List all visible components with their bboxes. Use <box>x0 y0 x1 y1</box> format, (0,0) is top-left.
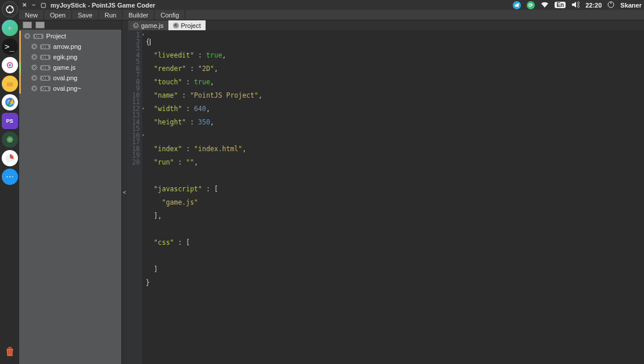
tray-sync-icon[interactable]: ⟳ <box>527 1 535 9</box>
line-gutter: 12345 678910 1112131415 1617181920 <box>127 30 142 364</box>
svg-point-5 <box>9 64 11 66</box>
filetree-item-label: arrow.png <box>53 43 81 50</box>
tab-close-icon[interactable]: ✕ <box>133 23 139 28</box>
launcher-atom-icon[interactable] <box>2 131 18 148</box>
tray-volume-icon[interactable] <box>571 1 580 9</box>
filetree-close-icon[interactable]: ✕ <box>31 75 37 81</box>
menu-run[interactable]: Run <box>99 10 123 20</box>
tab-label: Project <box>181 22 201 29</box>
svg-point-1 <box>11 7 13 9</box>
filetree-close-icon[interactable]: ✕ <box>31 54 37 60</box>
code-editor[interactable]: 12345 678910 1112131415 1617181920 { "li… <box>127 30 644 364</box>
window-minimize-icon[interactable]: – <box>31 2 37 8</box>
filetree-close-icon[interactable]: ✕ <box>24 33 30 39</box>
filetree-badge-icon: OS <box>40 76 51 81</box>
launcher-chart-icon[interactable] <box>2 150 18 166</box>
filetree-badge-icon: OS <box>40 55 51 60</box>
launcher-trash-icon[interactable] <box>2 343 18 359</box>
sidebar-tool-2-icon[interactable] <box>35 22 45 28</box>
menu-save[interactable]: Save <box>72 10 99 20</box>
titlebar: ✕ – ▢ myJoyStick - PointJS Game Coder ⟳ … <box>19 0 644 10</box>
editor-area: ✕ game.js ✕ Project 12345 678910 1112131… <box>127 20 644 364</box>
filetree-close-icon[interactable]: ✕ <box>31 65 37 70</box>
filetree-item-oval-bak[interactable]: ✕ OS oval.png~ <box>19 83 121 94</box>
svg-rect-6 <box>6 82 13 86</box>
window-close-icon[interactable]: ✕ <box>21 2 27 8</box>
svg-point-3 <box>9 12 10 13</box>
filetree-item-label: egik.png <box>53 53 78 60</box>
launcher-terminal-icon[interactable]: >_ <box>2 38 18 55</box>
editor-tabs: ✕ game.js ✕ Project <box>127 20 644 30</box>
menu-builder[interactable]: Builder <box>123 10 154 20</box>
tab-gamejs[interactable]: ✕ game.js <box>128 20 168 30</box>
filetree-item-oval[interactable]: ✕ OS oval.png <box>19 73 121 83</box>
svg-rect-15 <box>10 350 10 354</box>
tab-label: game.js <box>141 22 164 29</box>
tray-telegram-icon[interactable] <box>513 1 521 9</box>
launcher-camera-icon[interactable] <box>2 57 18 73</box>
tray-language[interactable]: En <box>555 2 566 8</box>
launcher-app1-icon[interactable]: + <box>2 20 18 36</box>
menu-config[interactable]: Config <box>154 10 185 20</box>
filetree-close-icon[interactable]: ✕ <box>31 85 37 91</box>
system-launcher: + >_ PS ⋯ <box>0 0 19 364</box>
system-tray: ⟳ En 22:20 Skaner <box>513 1 642 9</box>
main-area: ✕ OS Project ✕ OS arrow.png ✕ OS egik.pn… <box>19 20 644 364</box>
tab-close-icon[interactable]: ✕ <box>173 23 179 28</box>
tab-project[interactable]: ✕ Project <box>168 20 206 30</box>
app-window: ✕ – ▢ myJoyStick - PointJS Game Coder ⟳ … <box>19 0 644 364</box>
filetree-close-icon[interactable]: ✕ <box>31 44 37 49</box>
launcher-chrome-icon[interactable] <box>2 94 18 110</box>
launcher-more-icon[interactable]: ⋯ <box>2 169 18 185</box>
window-title: myJoyStick - PointJS Game Coder <box>51 2 155 9</box>
filetree-badge-icon: OS <box>40 65 51 70</box>
filetree-item-label: game.js <box>53 64 76 71</box>
filetree-item-label: oval.png <box>53 74 78 81</box>
svg-point-2 <box>6 7 8 9</box>
tray-clock[interactable]: 22:20 <box>585 2 602 9</box>
svg-rect-18 <box>611 2 611 4</box>
filetree: ✕ OS Project ✕ OS arrow.png ✕ OS egik.pn… <box>19 30 121 364</box>
launcher-phpstorm-icon[interactable]: PS <box>2 113 18 129</box>
svg-rect-16 <box>11 350 12 354</box>
svg-rect-14 <box>8 350 9 354</box>
filetree-item-arrow[interactable]: ✕ OS arrow.png <box>19 41 121 52</box>
filetree-root[interactable]: ✕ OS Project <box>19 31 121 41</box>
window-maximize-icon[interactable]: ▢ <box>40 2 46 8</box>
filetree-badge-icon: OS <box>33 34 44 39</box>
code-content[interactable]: { "liveedit" : true, "render" : "2D", "t… <box>142 30 644 364</box>
tray-user[interactable]: Skaner <box>620 2 642 9</box>
filetree-root-label: Project <box>46 33 66 40</box>
filetree-badge-icon: OS <box>40 86 51 91</box>
launcher-ubuntu-icon[interactable] <box>2 1 18 17</box>
tabs-scroll-left-icon[interactable]: < <box>121 20 127 364</box>
filetree-item-egik[interactable]: ✕ OS egik.png <box>19 52 121 62</box>
sidebar: ✕ OS Project ✕ OS arrow.png ✕ OS egik.pn… <box>19 20 121 364</box>
filetree-badge-icon: OS <box>40 44 51 49</box>
sidebar-tool-1-icon[interactable] <box>23 22 32 28</box>
menu-open[interactable]: Open <box>44 10 72 20</box>
sidebar-toolbar <box>19 20 121 30</box>
menubar: New Open Save Run Builder Config <box>19 10 644 20</box>
svg-point-10 <box>9 139 10 141</box>
filetree-item-gamejs[interactable]: ✕ OS game.js <box>19 62 121 73</box>
launcher-files-icon[interactable] <box>2 76 18 92</box>
tray-power-icon[interactable] <box>607 1 614 9</box>
filetree-item-label: oval.png~ <box>53 85 81 92</box>
menu-new[interactable]: New <box>19 10 44 20</box>
tray-wifi-icon[interactable] <box>541 1 549 9</box>
